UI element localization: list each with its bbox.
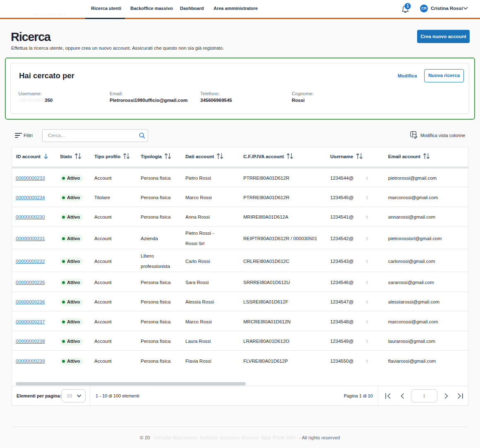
- svg-text:1: 1: [406, 4, 409, 8]
